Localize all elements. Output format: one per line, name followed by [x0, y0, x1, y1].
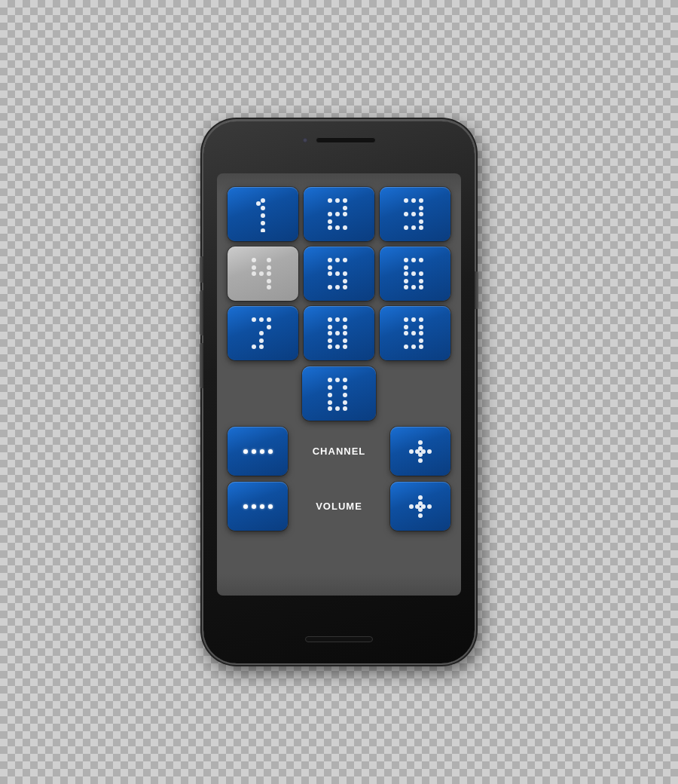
- svg-point-23: [419, 212, 423, 216]
- svg-point-113: [418, 495, 423, 500]
- svg-point-70: [343, 317, 347, 322]
- svg-point-65: [259, 338, 264, 343]
- svg-point-33: [259, 271, 264, 276]
- svg-point-97: [343, 385, 347, 390]
- volume-minus-button[interactable]: [228, 482, 288, 531]
- svg-point-22: [411, 212, 416, 216]
- svg-point-4: [261, 228, 265, 232]
- svg-point-58: [411, 285, 416, 289]
- button-9[interactable]: [380, 306, 450, 360]
- svg-point-100: [328, 400, 332, 405]
- svg-point-72: [343, 325, 347, 329]
- svg-point-56: [419, 279, 423, 283]
- svg-point-18: [411, 198, 416, 203]
- svg-point-31: [267, 265, 271, 270]
- front-camera: [302, 137, 308, 143]
- button-0[interactable]: [302, 366, 377, 421]
- svg-point-63: [267, 325, 271, 329]
- svg-point-83: [419, 317, 423, 322]
- svg-point-3: [261, 221, 265, 225]
- svg-point-41: [328, 271, 332, 276]
- svg-point-77: [343, 338, 347, 343]
- button-1[interactable]: [228, 187, 298, 241]
- volume-row: VOLUME: [228, 482, 450, 531]
- svg-point-47: [343, 285, 347, 289]
- silent-button[interactable]: [200, 343, 203, 388]
- svg-point-1: [261, 206, 265, 210]
- svg-point-118: [415, 504, 420, 509]
- power-button[interactable]: [475, 271, 478, 309]
- svg-point-35: [267, 279, 271, 283]
- svg-point-20: [419, 206, 423, 210]
- svg-point-108: [418, 458, 423, 463]
- svg-point-40: [328, 265, 332, 270]
- svg-point-117: [409, 504, 414, 509]
- bottom-speaker: [305, 636, 373, 642]
- svg-point-19: [419, 198, 423, 203]
- svg-point-96: [328, 385, 332, 390]
- svg-point-73: [328, 331, 332, 335]
- svg-point-36: [267, 285, 271, 289]
- svg-point-6: [328, 198, 332, 203]
- volume-plus-button[interactable]: [390, 482, 450, 531]
- svg-point-53: [411, 271, 416, 276]
- svg-point-49: [411, 258, 416, 262]
- svg-point-60: [252, 317, 256, 322]
- svg-point-29: [267, 258, 271, 262]
- phone-body: CHANNEL: [203, 121, 475, 663]
- svg-point-76: [328, 338, 332, 343]
- svg-point-13: [328, 219, 332, 224]
- svg-point-42: [335, 271, 340, 276]
- minus-icon: [243, 504, 273, 509]
- button-7[interactable]: [228, 306, 298, 360]
- svg-point-80: [343, 345, 347, 349]
- svg-point-14: [328, 225, 332, 230]
- channel-minus-button[interactable]: [228, 427, 288, 476]
- volume-down-button[interactable]: [200, 290, 203, 335]
- button-5[interactable]: [304, 247, 374, 301]
- svg-point-37: [328, 258, 332, 262]
- button-3[interactable]: [380, 187, 450, 241]
- svg-point-88: [419, 331, 423, 335]
- svg-point-48: [404, 258, 408, 262]
- bottom-speaker-bar: [305, 636, 373, 642]
- svg-point-16: [343, 225, 347, 230]
- svg-point-44: [343, 279, 347, 283]
- volume-up-button[interactable]: [200, 256, 203, 283]
- svg-point-75: [343, 331, 347, 335]
- button-8[interactable]: [304, 306, 374, 360]
- svg-point-39: [343, 258, 347, 262]
- svg-point-87: [411, 331, 416, 335]
- svg-point-43: [343, 271, 347, 276]
- svg-point-28: [252, 258, 256, 262]
- svg-point-15: [335, 225, 340, 230]
- svg-point-51: [404, 265, 408, 270]
- svg-point-66: [259, 345, 264, 349]
- button-4[interactable]: [228, 247, 298, 301]
- svg-point-45: [328, 285, 332, 289]
- svg-point-25: [404, 225, 408, 230]
- channel-plus-button[interactable]: [390, 427, 450, 476]
- svg-point-7: [335, 198, 340, 203]
- svg-point-85: [419, 325, 423, 329]
- svg-point-110: [415, 449, 420, 454]
- svg-point-105: [418, 440, 423, 445]
- svg-point-112: [427, 449, 432, 454]
- svg-point-78: [328, 345, 332, 349]
- svg-point-46: [335, 285, 340, 289]
- svg-point-67: [252, 345, 256, 349]
- svg-point-38: [335, 258, 340, 262]
- button-2[interactable]: [304, 187, 374, 241]
- svg-point-57: [404, 285, 408, 289]
- svg-point-68: [328, 317, 332, 322]
- svg-point-9: [343, 206, 347, 210]
- svg-point-59: [419, 285, 423, 289]
- button-6[interactable]: [380, 247, 450, 301]
- svg-point-54: [419, 271, 423, 276]
- svg-point-79: [335, 345, 340, 349]
- svg-point-62: [267, 317, 271, 322]
- svg-point-81: [404, 317, 408, 322]
- svg-point-8: [343, 198, 347, 203]
- svg-point-10: [328, 212, 332, 216]
- svg-point-61: [259, 317, 264, 322]
